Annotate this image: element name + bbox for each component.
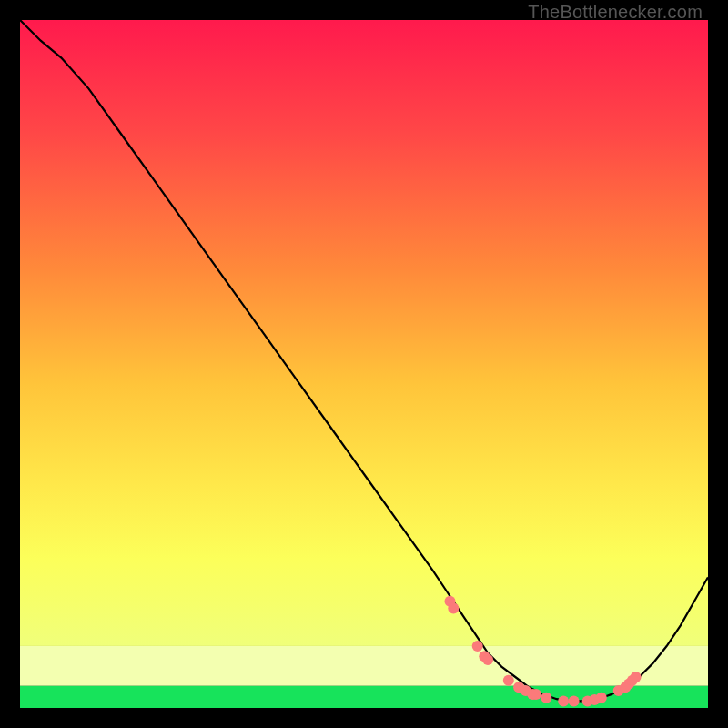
data-point — [558, 695, 569, 706]
data-point — [631, 672, 642, 682]
data-point — [531, 689, 541, 700]
data-point — [482, 654, 493, 665]
chart-frame — [20, 20, 708, 708]
data-point — [503, 675, 514, 686]
warning-band — [20, 646, 708, 686]
gradient-background — [20, 20, 708, 646]
data-point — [472, 641, 483, 652]
bottleneck-curve-chart — [20, 20, 708, 708]
data-point — [569, 695, 580, 706]
data-point — [596, 693, 607, 703]
watermark-text: TheBottlenecker.com — [528, 2, 703, 23]
data-point — [541, 693, 551, 703]
data-point — [448, 602, 459, 613]
